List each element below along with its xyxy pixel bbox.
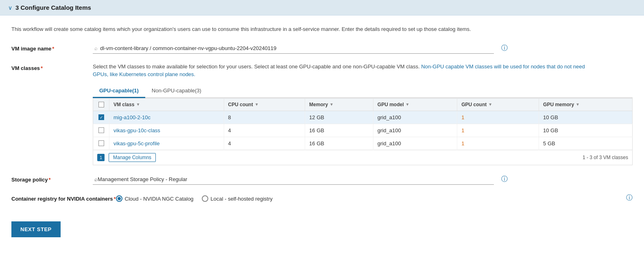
- table-footer: 1 Manage Columns 1 - 3 of 3 VM classes: [93, 150, 633, 165]
- storage-policy-row: Storage policy* ⌕ ⓘ: [11, 174, 633, 185]
- row1-gpu-memory: 10 GB: [539, 111, 633, 124]
- vm-classes-content: Select the VM classes to make available …: [93, 63, 633, 165]
- row3-gpu-count: 1: [457, 137, 539, 150]
- vm-image-info-icon[interactable]: ⓘ: [501, 44, 508, 52]
- search-icon: ⌕: [94, 45, 98, 51]
- registry-cloud-option[interactable]: Cloud - NVIDIA NGC Catalog: [116, 195, 194, 202]
- container-registry-info-icon[interactable]: ⓘ: [626, 194, 633, 202]
- row3-gpu-memory: 5 GB: [539, 137, 633, 150]
- page-wrapper: ∨ 3 Configure Catalog Items This workflo…: [0, 0, 644, 269]
- table-row: ✓ mig-a100-2-10c 8 12 GB grid_a100 1: [93, 111, 633, 124]
- vm-image-input[interactable]: [100, 45, 492, 51]
- row2-gpu-count: 1: [457, 124, 539, 137]
- th-memory: Memory ▼: [305, 98, 373, 111]
- registry-local-radio[interactable]: [202, 195, 208, 202]
- row2-vm-class: vikas-gpu-10c-class: [109, 124, 224, 137]
- row1-vm-name-link[interactable]: mig-a100-2-10c: [114, 114, 151, 120]
- vm-classes-tabs: GPU-capable(1) Non-GPU-capable(3): [93, 84, 633, 98]
- th-gpu-model: GPU model ▼: [373, 98, 457, 111]
- vm-classes-label: VM classes*: [11, 63, 93, 71]
- sort-gpu-count-icon[interactable]: ▼: [488, 102, 492, 107]
- row1-vm-class: mig-a100-2-10c: [109, 111, 224, 124]
- vm-image-label: VM image name*: [11, 43, 93, 52]
- sort-cpu-count-icon[interactable]: ▼: [255, 102, 259, 107]
- table-footer-left: 1 Manage Columns: [97, 153, 156, 162]
- row3-checkbox[interactable]: [98, 140, 104, 146]
- th-select: [93, 98, 109, 111]
- container-registry-label: Container registry for NVIDIA containers…: [11, 194, 116, 203]
- tab-non-gpu-capable[interactable]: Non-GPU-capable(3): [145, 84, 208, 98]
- step-header: ∨ 3 Configure Catalog Items: [0, 0, 644, 15]
- vm-image-input-wrapper: ⌕: [93, 43, 494, 54]
- pagination-text: 1 - 3 of 3 VM classes: [583, 154, 628, 160]
- vm-classes-desc: Select the VM classes to make available …: [93, 63, 597, 79]
- registry-cloud-radio[interactable]: [116, 195, 122, 202]
- step-title: 3 Configure Catalog Items: [15, 4, 91, 11]
- storage-policy-info-icon[interactable]: ⓘ: [501, 175, 508, 184]
- table-row: vikas-gpu-5c-profile 4 16 GB grid_a100 1…: [93, 137, 633, 150]
- manage-columns-button[interactable]: Manage Columns: [109, 153, 156, 162]
- row2-gpu-memory: 10 GB: [539, 124, 633, 137]
- storage-search-icon: ⌕: [94, 176, 98, 182]
- sort-gpu-memory-icon[interactable]: ▼: [576, 102, 580, 107]
- container-registry-row: Container registry for NVIDIA containers…: [11, 194, 633, 203]
- registry-local-option[interactable]: Local - self-hosted registry: [202, 195, 273, 202]
- sort-memory-icon[interactable]: ▼: [330, 102, 334, 107]
- storage-policy-field: ⌕ ⓘ: [93, 174, 633, 185]
- row2-memory: 16 GB: [305, 124, 373, 137]
- row1-gpu-count: 1: [457, 111, 539, 124]
- chevron-down-icon: ∨: [8, 4, 12, 11]
- row3-memory: 16 GB: [305, 137, 373, 150]
- container-registry-radio-group: Cloud - NVIDIA NGC Catalog Local - self-…: [116, 195, 273, 202]
- tab-gpu-capable[interactable]: GPU-capable(1): [93, 84, 145, 98]
- row2-gpu-model: grid_a100: [373, 124, 457, 137]
- vm-image-row: VM image name* ⌕ ⓘ: [11, 43, 633, 54]
- th-gpu-count: GPU count ▼: [457, 98, 539, 111]
- table-header-row: VM class ▼ CPU count ▼: [93, 98, 633, 111]
- vm-classes-table: VM class ▼ CPU count ▼: [93, 98, 633, 150]
- row3-vm-class: vikas-gpu-5c-profile: [109, 137, 224, 150]
- page-description: This workflow will create some catalog i…: [11, 25, 540, 33]
- vm-classes-row: VM classes* Select the VM classes to mak…: [11, 63, 633, 165]
- table-row: vikas-gpu-10c-class 4 16 GB grid_a100 1 …: [93, 124, 633, 137]
- th-gpu-memory: GPU memory ▼: [539, 98, 633, 111]
- row2-select-cell: [93, 124, 109, 137]
- row3-gpu-model: grid_a100: [373, 137, 457, 150]
- sort-vm-class-icon[interactable]: ▼: [136, 102, 140, 107]
- row1-select-cell: ✓: [93, 111, 109, 124]
- container-registry-field: Cloud - NVIDIA NGC Catalog Local - self-…: [116, 194, 633, 202]
- row3-vm-name-link[interactable]: vikas-gpu-5c-profile: [114, 140, 159, 147]
- sort-gpu-model-icon[interactable]: ▼: [405, 102, 409, 107]
- main-content: This workflow will create some catalog i…: [0, 15, 644, 247]
- storage-policy-input-wrapper: ⌕: [93, 174, 494, 185]
- row2-cpu-count: 4: [224, 124, 305, 137]
- th-vm-class: VM class ▼: [109, 98, 224, 111]
- storage-policy-input[interactable]: [98, 176, 492, 182]
- storage-policy-label: Storage policy*: [11, 174, 93, 183]
- row1-cpu-count: 8: [224, 111, 305, 124]
- row1-gpu-model: grid_a100: [373, 111, 457, 124]
- row3-select-cell: [93, 137, 109, 150]
- th-cpu-count: CPU count ▼: [224, 98, 305, 111]
- vm-image-field: ⌕ ⓘ: [93, 43, 633, 54]
- next-step-button[interactable]: NEXT STEP: [11, 221, 61, 237]
- row3-cpu-count: 4: [224, 137, 305, 150]
- row1-memory: 12 GB: [305, 111, 373, 124]
- select-all-checkbox[interactable]: [98, 102, 104, 107]
- row1-checkbox[interactable]: ✓: [98, 114, 104, 120]
- row2-vm-name-link[interactable]: vikas-gpu-10c-class: [114, 127, 160, 133]
- selected-count-badge: 1: [97, 154, 105, 161]
- row2-checkbox[interactable]: [98, 127, 104, 133]
